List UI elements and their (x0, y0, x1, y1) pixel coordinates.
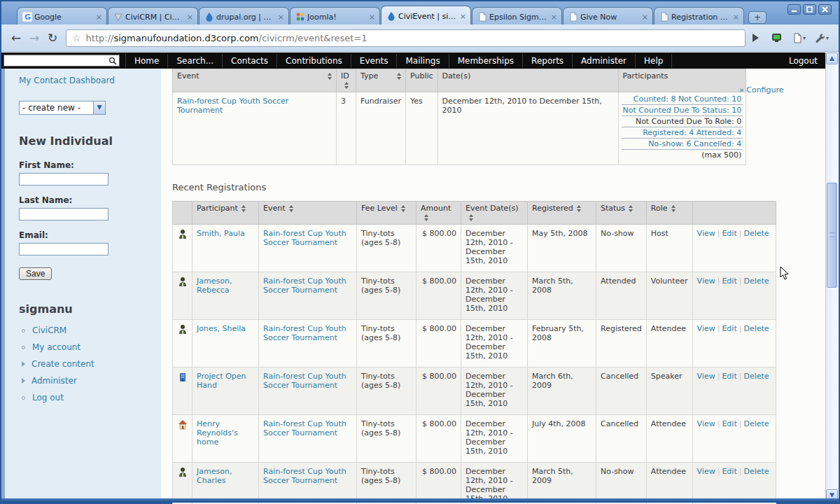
minimize-button[interactable] (788, 4, 801, 15)
menu-memberships[interactable]: Memberships (449, 54, 523, 68)
counted-link[interactable]: Counted: 8 (634, 94, 676, 104)
sort-icon[interactable] (344, 82, 349, 89)
col-event[interactable]: Event (259, 202, 357, 225)
edit-link[interactable]: Edit (722, 229, 736, 238)
logout-link[interactable]: Logout (779, 54, 827, 68)
menu-events[interactable]: Events (351, 54, 398, 68)
edit-link[interactable]: Edit (722, 419, 736, 428)
delete-link[interactable]: Delete (743, 419, 769, 428)
tab-give-now[interactable]: Give Now × (563, 7, 653, 26)
back-button[interactable]: ← (7, 29, 25, 46)
tab-close-icon[interactable]: × (95, 13, 103, 22)
participant-link[interactable]: Jameson, Rebecca (197, 276, 232, 295)
tab-civievent-active[interactable]: CiviEvent | sigm... × (381, 6, 471, 26)
tab-google[interactable]: G Google × (17, 7, 107, 26)
vertical-scrollbar[interactable]: ▲ ▼ (825, 52, 837, 501)
tab-registration-form[interactable]: Registration Form × (654, 7, 744, 26)
edit-link[interactable]: Edit (722, 372, 736, 381)
menu-administer[interactable]: Administer (573, 54, 636, 68)
col-amount[interactable]: Amount (416, 202, 461, 225)
tab-joomla[interactable]: Joomla! × (290, 7, 380, 26)
edit-link[interactable]: Edit (722, 467, 736, 476)
sort-icon[interactable] (241, 205, 246, 212)
col-id[interactable]: ID (337, 69, 356, 92)
attended-link[interactable]: Attended: 4 (696, 128, 742, 137)
sidebar-item-create-content[interactable]: Create content (22, 359, 161, 369)
participant-link[interactable]: Henry Reynolds's home (197, 419, 238, 447)
edit-link[interactable]: Edit (722, 324, 736, 333)
col-role[interactable]: Role (646, 202, 692, 225)
menu-mailings[interactable]: Mailings (397, 54, 449, 68)
sort-icon[interactable] (424, 214, 428, 221)
view-link[interactable]: View (697, 419, 715, 428)
sort-icon[interactable] (629, 205, 633, 212)
delete-link[interactable]: Delete (743, 324, 769, 333)
tab-close-icon[interactable]: × (186, 13, 194, 22)
menu-contributions[interactable]: Contributions (277, 54, 351, 68)
not-counted-link[interactable]: Not Counted: 10 (678, 94, 741, 104)
delete-link[interactable]: Delete (743, 276, 769, 286)
delete-link[interactable]: Delete (743, 229, 769, 238)
view-link[interactable]: View (697, 324, 715, 333)
participant-link[interactable]: Jameson, Charles (197, 467, 232, 485)
sidebar-item-civicrm[interactable]: CiviCRM (22, 326, 161, 335)
my-contact-dashboard-link[interactable]: My Contact Dashboard (19, 76, 115, 85)
menu-contacts[interactable]: Contacts (223, 54, 277, 68)
tab-close-icon[interactable]: × (550, 13, 558, 22)
last-name-field[interactable] (19, 208, 108, 220)
col-registered[interactable]: Registered (528, 202, 596, 225)
event-link[interactable]: Rain-forest Cup Youth Soccer Tournament (263, 372, 346, 390)
save-button[interactable]: Save (19, 267, 52, 280)
tab-close-icon[interactable]: × (368, 13, 376, 22)
sort-icon[interactable] (328, 73, 332, 80)
event-link[interactable]: Rain-forest Cup Youth Soccer Tournament (263, 276, 346, 295)
new-tab-button[interactable]: + (748, 11, 766, 24)
sort-icon[interactable] (397, 73, 401, 80)
page-menu-icon[interactable]: ▾ (792, 30, 807, 46)
email-field[interactable] (19, 243, 108, 255)
go-button[interactable] (752, 34, 759, 42)
tab-drupal[interactable]: drupal.org | Co... × (199, 7, 289, 26)
bookmark-star-icon[interactable]: ☆ (72, 32, 81, 43)
sidebar-item-my-account[interactable]: My account (22, 342, 161, 352)
tab-close-icon[interactable]: × (459, 12, 467, 21)
menu-reports[interactable]: Reports (523, 54, 573, 68)
col-event[interactable]: Event (173, 69, 337, 92)
extension-icon[interactable] (769, 30, 785, 46)
sidebar-item-administer[interactable]: Administer (22, 376, 161, 386)
tab-close-icon[interactable]: × (641, 13, 649, 22)
event-link[interactable]: Rain-forest Cup Youth Soccer Tournament (263, 229, 346, 247)
event-link[interactable]: Rain-forest Cup Youth Soccer Tournament (263, 467, 346, 485)
col-participant[interactable]: Participant (192, 202, 259, 225)
col-fee-level[interactable]: Fee Level (357, 202, 416, 225)
first-name-field[interactable] (19, 173, 108, 186)
sort-icon[interactable] (401, 205, 405, 212)
scrollbar-thumb[interactable] (827, 183, 837, 288)
menu-help[interactable]: Help (636, 54, 672, 68)
delete-link[interactable]: Delete (743, 467, 769, 476)
sort-icon[interactable] (469, 214, 473, 221)
address-bar[interactable]: ☆ http://sigmanufoundation.d3corp.com/ci… (66, 29, 746, 47)
participant-link[interactable]: Project Open Hand (197, 372, 246, 390)
sort-icon[interactable] (289, 205, 293, 212)
cancelled-link[interactable]: Cancelled: 4 (694, 139, 741, 148)
event-link[interactable]: Rain-forest Cup Youth Soccer Tournament (263, 324, 346, 342)
registered-link[interactable]: Registered: 4 (643, 128, 694, 137)
col-event-dates[interactable]: Event Date(s) (461, 202, 528, 225)
view-link[interactable]: View (697, 467, 715, 476)
reload-button[interactable]: ↻ (43, 29, 62, 46)
chevron-down-icon[interactable]: ▼ (93, 102, 105, 114)
configure-link[interactable]: » Configure (739, 85, 784, 94)
edit-link[interactable]: Edit (722, 276, 736, 286)
tab-civicrm[interactable]: CiviCRM | CiviC... × (108, 7, 198, 26)
menu-home[interactable]: Home (125, 54, 168, 68)
participant-link[interactable]: Smith, Paula (197, 229, 245, 238)
tab-close-icon[interactable]: × (732, 13, 740, 22)
sidebar-item-log-out[interactable]: Log out (22, 393, 161, 402)
no-show-link[interactable]: No-show: 6 (648, 139, 691, 148)
view-link[interactable]: View (697, 229, 715, 238)
event-link[interactable]: Rain-forest Cup Youth Soccer Tournament (177, 97, 288, 115)
wrench-menu-icon[interactable]: ▾ (814, 30, 830, 46)
forward-button[interactable]: → (25, 29, 43, 46)
delete-link[interactable]: Delete (743, 372, 769, 381)
